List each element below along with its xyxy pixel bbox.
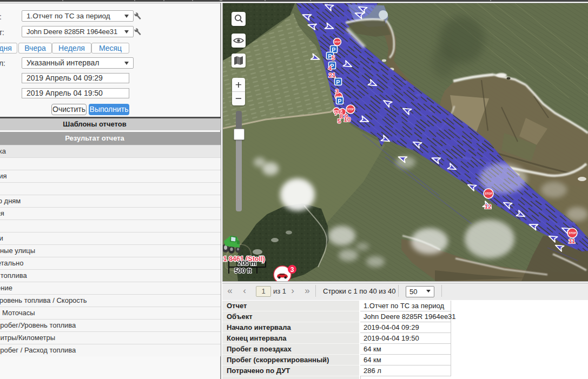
svg-text:11: 11 [569,238,576,244]
svg-text:12: 12 [485,203,492,210]
svg-text:10: 10 [344,116,351,123]
svg-text:5: 5 [332,55,335,61]
svg-text:200 m: 200 m [238,260,256,267]
svg-text:STOP: STOP [569,231,576,235]
svg-text:7: 7 [334,110,338,116]
svg-text:STOP: STOP [347,108,354,111]
svg-text:3: 3 [290,266,294,274]
svg-text:5: 5 [338,118,341,124]
svg-text:STOP: STOP [334,41,340,43]
svg-text:500 ft: 500 ft [234,267,251,275]
svg-text:4: 4 [328,65,332,71]
svg-text:P: P [332,46,335,53]
svg-text:P: P [338,98,341,104]
svg-text:P: P [336,79,340,85]
svg-text:21: 21 [329,72,336,78]
svg-text:3: 3 [335,88,339,95]
svg-text:STOP: STOP [485,192,492,195]
